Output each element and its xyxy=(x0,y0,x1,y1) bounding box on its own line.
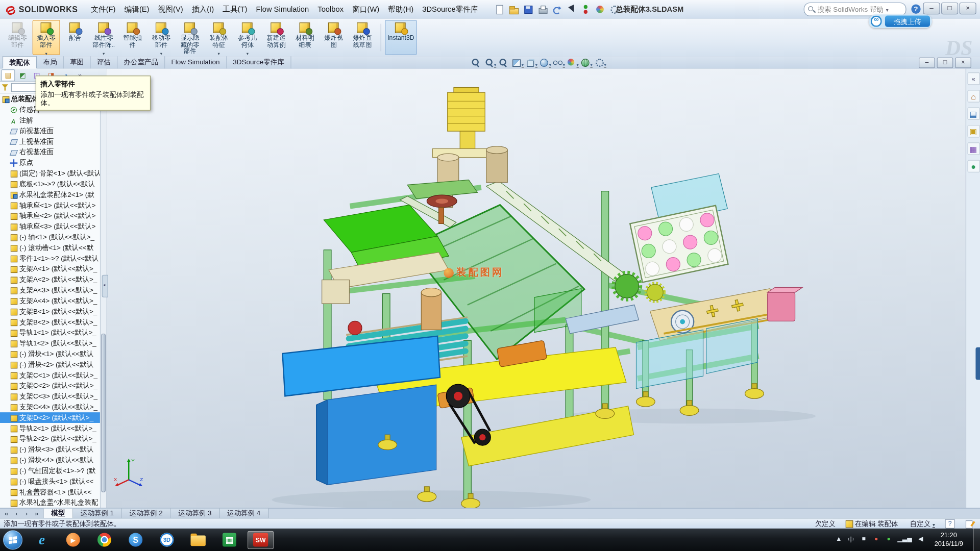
apply-scene-icon[interactable] xyxy=(581,57,593,68)
dropdown-caret-icon[interactable] xyxy=(160,48,162,57)
tree-item[interactable]: (固定) 骨架<1> (默认<默认 xyxy=(0,168,106,179)
view-palette-icon[interactable]: ▦ xyxy=(967,142,979,155)
taskbar-clock[interactable]: 21:20 2016/11/9 xyxy=(935,531,963,548)
menu-item[interactable]: Flow Simulation xyxy=(252,1,313,19)
model-tab[interactable]: 运动算例 2 xyxy=(122,509,171,519)
office-icon[interactable]: ▦ xyxy=(216,531,242,549)
tree-item[interactable]: 支架C<1> (默认<<默认>_ xyxy=(0,370,106,381)
tree-item[interactable]: 导轨1<2> (默认<<默认>_ xyxy=(0,338,106,348)
tree-item[interactable]: (-) 滑块<1> (默认<<默认 xyxy=(0,348,106,359)
menu-item[interactable]: 3DSource零件库 xyxy=(418,1,483,19)
security-alert-icon[interactable]: ● xyxy=(872,535,880,544)
linear-pattern-button[interactable]: 线性零 部件阵.. xyxy=(90,20,117,55)
menu-item[interactable]: 帮助(H) xyxy=(384,1,418,19)
media-player-icon[interactable]: ▶ xyxy=(60,531,86,549)
smart-fasteners-button[interactable]: 智能扣 件 xyxy=(119,20,146,55)
save-button[interactable] xyxy=(523,4,534,15)
solidworks-resources-icon[interactable]: ⌂ xyxy=(967,90,979,102)
tree-item[interactable]: 零件1<1>->? (默认<<默认 xyxy=(0,253,106,264)
mate-button[interactable]: 配合 xyxy=(61,20,89,55)
sogou-browser-icon[interactable]: S xyxy=(122,531,149,549)
tree-item[interactable]: 支架C<2> (默认<<默认>_ xyxy=(0,381,106,391)
command-tab[interactable]: 办公室产品 xyxy=(117,56,165,68)
command-tab[interactable]: Flow Simulation xyxy=(165,56,227,68)
model-tab[interactable]: 运动算例 4 xyxy=(219,509,268,519)
volume-icon[interactable]: ◀ xyxy=(917,535,924,544)
tree-item[interactable]: 支架C<4> (默认<<默认>_ xyxy=(0,402,106,412)
taskpane-handle[interactable] xyxy=(975,347,980,380)
dropdown-caret-icon[interactable] xyxy=(217,48,219,57)
view-settings-icon[interactable] xyxy=(594,57,606,68)
reference-geometry-button[interactable]: 参考几 何体 xyxy=(234,20,261,55)
upload-button[interactable]: 拖拽上传 xyxy=(885,16,930,27)
rebuild-button[interactable] xyxy=(580,4,591,15)
model-tab[interactable]: 运动算例 1 xyxy=(73,509,122,519)
tree-item[interactable]: 上视基准面 xyxy=(0,136,106,147)
show-hidden-components-button[interactable]: 显示隐 藏的零 部件 xyxy=(176,20,204,55)
command-tab[interactable]: 草图 xyxy=(64,56,91,68)
display-style-icon[interactable] xyxy=(540,57,551,68)
command-tab[interactable]: 装配体 xyxy=(3,56,37,68)
dropdown-caret-icon[interactable] xyxy=(247,48,249,57)
exploded-view-button[interactable]: 爆炸视 图 xyxy=(320,20,348,55)
new-motion-study-button[interactable]: 新建运 动算例 xyxy=(262,20,290,55)
new-document-button[interactable] xyxy=(494,4,505,15)
edit-appearance-icon[interactable] xyxy=(567,57,579,68)
chrome-icon[interactable] xyxy=(91,531,117,549)
tree-item[interactable]: 支架A<3> (默认<<默认>_ xyxy=(0,285,106,295)
instant3d-button[interactable]: Instant3D xyxy=(385,20,416,55)
doc-restore-button[interactable]: □ xyxy=(937,58,953,68)
menu-item[interactable]: Toolbox xyxy=(313,1,348,19)
tree-item[interactable]: 礼盒盖容器<1> (默认<< xyxy=(0,487,106,497)
view-orientation-icon[interactable] xyxy=(526,57,537,68)
internet-explorer-icon[interactable]: e xyxy=(29,531,55,549)
maximize-button[interactable]: □ xyxy=(941,3,958,14)
tree-item[interactable]: 支架B<1> (默认<<默认>_ xyxy=(0,306,106,317)
scroll-next-button[interactable]: › xyxy=(22,509,31,518)
menu-item[interactable]: 视图(V) xyxy=(154,1,187,19)
tree-item[interactable]: 底板<1>->? (默认<<默认 xyxy=(0,179,106,189)
model-tab[interactable]: 运动算例 3 xyxy=(171,509,220,519)
press-tower[interactable] xyxy=(407,87,507,223)
doc-close-button[interactable]: × xyxy=(955,58,971,68)
tree-item[interactable]: 轴承座<2> (默认<<默认> xyxy=(0,211,106,221)
menu-item[interactable]: 窗口(W) xyxy=(348,1,384,19)
command-tab[interactable]: 评估 xyxy=(91,56,118,68)
tree-item[interactable]: 导轨2<1> (默认<<默认>_ xyxy=(0,423,106,434)
command-tab[interactable]: 布局 xyxy=(37,56,64,68)
taskpane-collapse-icon[interactable]: « xyxy=(967,72,979,85)
tree-scrollbar[interactable] xyxy=(100,92,106,508)
menu-item[interactable]: 文件(F) xyxy=(87,1,120,19)
dropdown-caret-icon[interactable] xyxy=(103,48,105,57)
tree-item[interactable]: 原点 xyxy=(0,158,106,168)
hide-show-items-icon[interactable] xyxy=(553,57,565,68)
scroll-last-button[interactable]: » xyxy=(33,509,41,518)
tray-app-icon[interactable]: ■ xyxy=(860,535,868,544)
tree-scrollbar-thumb[interactable] xyxy=(101,333,106,492)
doc-minimize-button[interactable]: – xyxy=(919,58,935,68)
show-desktop-button[interactable] xyxy=(973,529,980,551)
appearances-icon[interactable]: ● xyxy=(967,160,979,172)
blue-chute[interactable] xyxy=(282,336,440,485)
gift-box-tray[interactable] xyxy=(630,206,728,283)
network-icon[interactable]: ▁▃▅ xyxy=(897,535,912,544)
menu-item[interactable]: 编辑(E) xyxy=(120,1,154,19)
show-hidden-icons[interactable]: ▲ xyxy=(835,535,843,544)
close-button[interactable]: × xyxy=(960,3,976,14)
zoom-area-icon[interactable] xyxy=(484,57,496,68)
tree-item[interactable]: (-) 轴<1> (默认<<默认>_ xyxy=(0,232,106,242)
graphics-area[interactable]: 装配图网 Y X Z xyxy=(106,69,966,508)
move-component-button[interactable]: 移动零 部件 xyxy=(148,20,175,55)
previous-view-icon[interactable] xyxy=(498,57,510,68)
tree-item[interactable]: 支架B<2> (默认<<默认>_ xyxy=(0,317,106,328)
tree-item[interactable]: (-) 滑块<3> (默认<<默认 xyxy=(0,444,106,455)
tree-item[interactable]: 支架A<4> (默认<<默认>_ xyxy=(0,295,106,306)
tree-item[interactable]: (-) 滑块<4> (默认<<默认 xyxy=(0,455,106,465)
minimize-button[interactable]: – xyxy=(923,3,940,14)
assembly-3d-model[interactable] xyxy=(106,69,966,508)
tree-item[interactable]: (-) 滑块<2> (默认<<默认 xyxy=(0,359,106,370)
menu-item[interactable]: 插入(I) xyxy=(187,1,218,19)
select-arrow-button[interactable] xyxy=(566,4,577,15)
solidworks-icon[interactable]: SW xyxy=(248,531,274,549)
start-button[interactable] xyxy=(3,530,22,549)
